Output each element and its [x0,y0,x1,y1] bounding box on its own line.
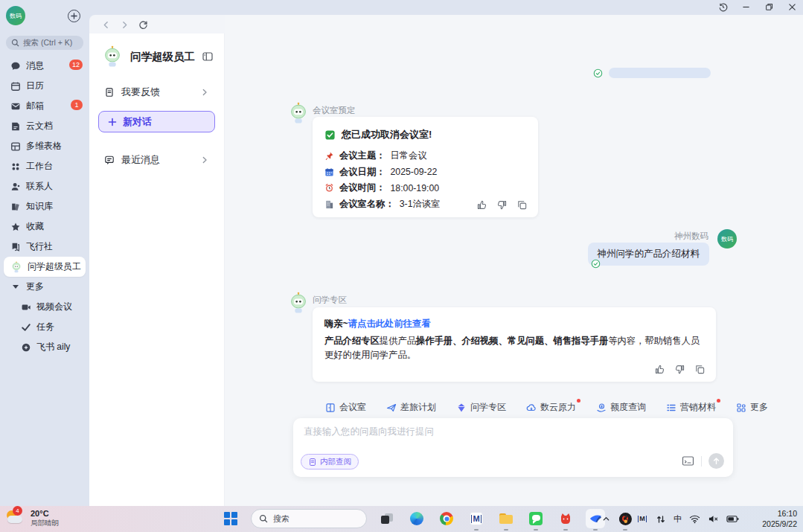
weather-widget[interactable]: 4 20°C 局部晴朗 [5,508,59,528]
sidebar-item-community[interactable]: 飞行社 [0,237,89,257]
user-avatar[interactable]: 数码 [717,229,737,249]
m-tray-icon[interactable]: M [636,513,648,525]
feedback-row[interactable]: 我要反馈 [98,80,215,105]
updown-arrows-icon[interactable] [656,514,666,525]
sidebar-item-workplace[interactable]: 工作台 [0,156,89,176]
plane-icon [386,403,397,413]
sidebar-item-more[interactable]: 更多 [0,277,89,297]
tab-more[interactable]: 更多 [736,401,768,414]
shortcut-commands-icon[interactable] [682,455,694,467]
history-icon[interactable] [717,1,728,12]
divider [701,456,702,467]
goto-link[interactable]: 请点击此处前往查看 [348,318,431,329]
red-cat-app-icon[interactable] [556,509,575,528]
tab-wenxue-zone[interactable]: 问学专区 [456,401,506,414]
sidebar-item-messages[interactable]: 消息 12 [0,56,89,76]
field-label: 会议日期： [339,166,385,179]
split-view-icon[interactable] [202,51,214,63]
sidebar-item-label: 更多 [26,281,44,293]
close-button[interactable] [787,1,797,12]
sidebar-item-label: 飞书 aily [36,341,70,353]
read-indicator-icon [591,259,601,269]
user-avatar[interactable]: 数码 [6,6,25,25]
start-button[interactable] [221,509,240,528]
recent-messages-row[interactable]: 最近消息 [98,147,215,173]
robot-avatar-icon [10,261,22,273]
tab-quota-query[interactable]: 额度查询 [596,401,646,414]
chrome-icon[interactable] [437,509,456,528]
workspace: 问学超级员工 我要反馈 新对话 最近消息 会议室预定 [89,15,803,506]
m-app-icon[interactable]: M [467,509,486,528]
tab-meeting-room[interactable]: 会议室 [325,401,366,414]
tab-label: 更多 [750,401,768,414]
sync-tray-icon[interactable] [618,513,629,525]
battery-icon[interactable] [726,515,739,523]
caret-down-icon [13,285,19,289]
new-chat-button[interactable]: 新对话 [98,111,215,132]
quick-tabs: 会议室 差旅计划 问学专区 数云原力 额度查询 营销材料 [325,401,768,414]
table-icon [10,141,21,152]
sidebar-item-favorites[interactable]: 收藏 [0,217,89,237]
edge-icon[interactable] [407,509,426,528]
tray-expand-icon[interactable] [602,515,610,523]
taskbar-search[interactable]: 搜索 [251,509,367,528]
sidebar-item-wenxue-bot[interactable]: 问学超级员工 [4,257,86,277]
task-view-button[interactable] [377,509,397,528]
feedback-doc-icon [104,87,115,97]
wenxue-zone-card: 嗨亲~请点击此处前往查看 产品介绍专区提供产品操作手册、介绍视频、常见问题、销售… [313,307,716,382]
ime-indicator[interactable]: 中 [674,513,682,525]
message-input[interactable] [304,426,674,451]
copy-button[interactable] [694,364,706,375]
sidebar-item-wiki[interactable]: 知识库 [0,196,89,217]
sidebar-search[interactable]: 搜索 (Ctrl + K) [6,36,83,50]
nav-back-button[interactable] [100,19,112,31]
sidebar-item-label: 工作台 [26,160,53,173]
thumbs-down-button[interactable] [674,364,685,375]
pin-icon [324,151,334,161]
volume-muted-icon[interactable] [708,514,719,524]
sidebar-item-docs[interactable]: 云文档 [0,116,89,136]
tab-shuyun[interactable]: 数云原力 [526,401,576,414]
maximize-button[interactable] [764,1,774,12]
sidebar-item-aily[interactable]: 飞书 aily [0,337,89,357]
add-button[interactable] [68,10,80,22]
wechat-icon[interactable] [526,509,546,528]
wifi-icon[interactable] [689,514,700,524]
new-chat-label: 新对话 [123,115,152,129]
sidebar-item-mail[interactable]: 邮箱 1 [0,96,89,116]
internal-lookup-label: 内部查阅 [320,457,351,467]
sidebar-item-tasks[interactable]: 任务 [0,317,89,337]
sidebar-item-contacts[interactable]: 联系人 [0,176,89,196]
quota-icon [596,403,607,413]
sidebar-item-label: 联系人 [26,180,53,193]
tab-marketing[interactable]: 营销材料 [666,401,716,414]
refresh-button[interactable] [137,19,149,31]
sidebar-item-calendar[interactable]: 日历 [0,76,89,96]
file-explorer-icon[interactable] [496,509,516,528]
thumbs-down-button[interactable] [496,199,508,211]
bot-avatar [101,45,124,68]
taskbar-clock[interactable]: 16:10 2025/9/22 [762,509,797,529]
body-text: 提供产品 [380,336,416,346]
window-titlebar [0,0,803,15]
copy-button[interactable] [516,199,528,211]
body-bold: 产品介绍专区 [324,336,380,346]
tab-label: 会议室 [339,401,366,414]
thumbs-up-button[interactable] [654,364,665,375]
field-value: 3-1洽谈室 [400,198,441,211]
thumbs-up-button[interactable] [476,199,487,211]
sidebar-item-base[interactable]: 多维表格 [0,136,89,156]
chat-icon [10,61,21,71]
clock-date: 2025/9/22 [762,519,797,530]
tab-travel-plan[interactable]: 差旅计划 [386,401,436,414]
internal-lookup-pill[interactable]: 内部查阅 [301,454,359,469]
minimize-button[interactable] [740,1,751,12]
message-sender: 神州数码 [674,231,708,242]
send-button[interactable] [708,453,724,469]
card-title: 您已成功取消会议室! [342,128,432,141]
weather-badge: 4 [13,506,22,516]
sidebar-item-video-meeting[interactable]: 视频会议 [0,297,89,317]
nav-forward-button[interactable] [118,19,130,31]
chat-area: 会议室预定 您已成功取消会议室! 会议主题： 日常会议 会议日期： 2025-0… [225,15,803,506]
messages-badge: 12 [69,60,83,70]
